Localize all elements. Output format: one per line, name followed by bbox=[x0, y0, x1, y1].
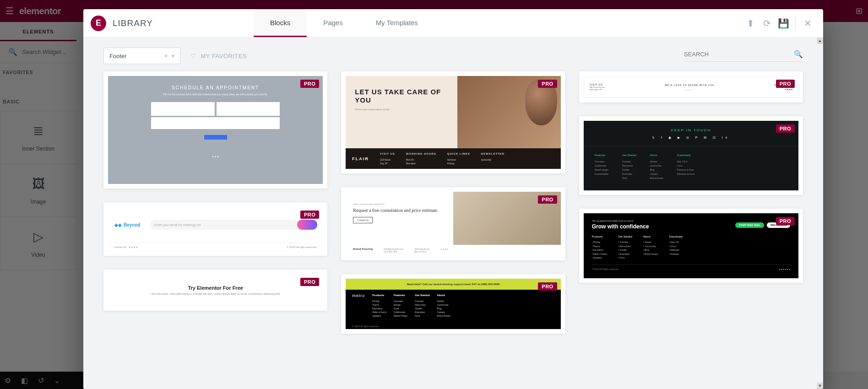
template-card[interactable]: PRO SCHEDULE AN APPOINTMENT Fill out the… bbox=[103, 71, 327, 189]
template-thumbnail: SCHEDULE AN APPOINTMENT Fill out the con… bbox=[108, 76, 323, 184]
template-card[interactable]: PRO Try Elementor For Free I am text blo… bbox=[103, 270, 327, 311]
template-card[interactable]: PRO KEEP IN TOUCH 𝕏 f ◉ ▶ ⊙ P M ⊡ in Fea… bbox=[579, 116, 803, 195]
my-favorites-label: MY FAVORITES bbox=[201, 53, 247, 59]
my-favorites-toggle[interactable]: ♡ MY FAVORITES bbox=[190, 53, 247, 59]
template-thumbnail: Try Elementor For Free I am text block. … bbox=[108, 274, 323, 306]
category-select-value: Footer bbox=[109, 53, 127, 59]
header-divider bbox=[795, 16, 796, 30]
template-card[interactable]: PRO Need help? Call our award-winning su… bbox=[341, 274, 565, 334]
elementor-logo-icon: E bbox=[91, 16, 106, 31]
template-thumbnail: LET US TAKE CARE OF YOU Make your reserv… bbox=[346, 76, 560, 169]
pro-badge: PRO bbox=[300, 278, 319, 286]
template-card[interactable]: PRO LET US TAKE CARE OF YOU Make your re… bbox=[341, 71, 565, 173]
save-icon[interactable]: 💾 bbox=[775, 15, 792, 32]
template-thumbnail: Need help? Call our award-winning suppor… bbox=[346, 279, 560, 329]
library-body[interactable]: Footer ✕ ▾ ♡ MY FAVORITES 🔍 PRO bbox=[83, 38, 823, 389]
pro-badge: PRO bbox=[776, 80, 795, 88]
clear-filter-icon[interactable]: ✕ bbox=[164, 53, 168, 59]
template-card[interactable]: PRO Have wood flooring questions? Reques… bbox=[341, 187, 565, 260]
library-header: E LIBRARY Blocks Pages My Templates ⬆ ⟳ … bbox=[83, 9, 823, 38]
template-card[interactable]: PRO VISIT US500 Terry FrancoisWashington… bbox=[579, 71, 803, 103]
tab-pages[interactable]: Pages bbox=[307, 9, 359, 37]
template-card[interactable]: PRO TRY ELEMENTOR FREE FOR 14 DAYS Grow … bbox=[579, 209, 803, 283]
sync-icon[interactable]: ⟳ bbox=[759, 15, 775, 32]
library-tabs: Blocks Pages My Templates bbox=[254, 9, 434, 37]
heart-icon: ♡ bbox=[190, 53, 196, 59]
pro-badge: PRO bbox=[300, 211, 319, 219]
tab-my-templates[interactable]: My Templates bbox=[359, 9, 434, 37]
chevron-down-icon[interactable]: ▾ bbox=[172, 53, 174, 59]
pro-badge: PRO bbox=[300, 80, 319, 88]
pro-badge: PRO bbox=[538, 80, 557, 88]
template-thumbnail: ◆◆ Beyond Enter your email for meetings … bbox=[108, 207, 323, 251]
category-select[interactable]: Footer ✕ ▾ bbox=[103, 48, 180, 64]
template-grid: PRO SCHEDULE AN APPOINTMENT Fill out the… bbox=[83, 71, 823, 352]
template-thumbnail: KEEP IN TOUCH 𝕏 f ◉ ▶ ⊙ P M ⊡ in Feature… bbox=[584, 121, 798, 190]
import-icon[interactable]: ⬆ bbox=[742, 15, 759, 32]
template-thumbnail: VISIT US500 Terry FrancoisWashington DC … bbox=[584, 76, 798, 98]
scroll-down-icon[interactable]: ▼ bbox=[817, 383, 823, 389]
tab-blocks[interactable]: Blocks bbox=[254, 9, 307, 37]
pro-badge: PRO bbox=[538, 282, 557, 291]
search-icon[interactable]: 🔍 bbox=[794, 50, 803, 59]
library-title: LIBRARY bbox=[113, 18, 153, 28]
template-card[interactable]: PRO ◆◆ Beyond Enter your email for meeti… bbox=[103, 202, 327, 256]
pro-badge: PRO bbox=[538, 195, 557, 204]
template-thumbnail: TRY ELEMENTOR FREE FOR 14 DAYS Grow with… bbox=[584, 213, 798, 278]
pro-badge: PRO bbox=[776, 124, 795, 133]
library-search: 🔍 bbox=[684, 50, 803, 62]
scroll-up-icon[interactable]: ▲ bbox=[817, 38, 823, 44]
template-thumbnail: Have wood flooring questions? Request a … bbox=[346, 192, 560, 256]
library-search-input[interactable] bbox=[684, 51, 794, 58]
filter-bar: Footer ✕ ▾ ♡ MY FAVORITES 🔍 bbox=[83, 38, 823, 71]
library-modal: E LIBRARY Blocks Pages My Templates ⬆ ⟳ … bbox=[83, 9, 823, 389]
pro-badge: PRO bbox=[776, 217, 795, 225]
close-icon[interactable]: ✕ bbox=[799, 15, 816, 32]
